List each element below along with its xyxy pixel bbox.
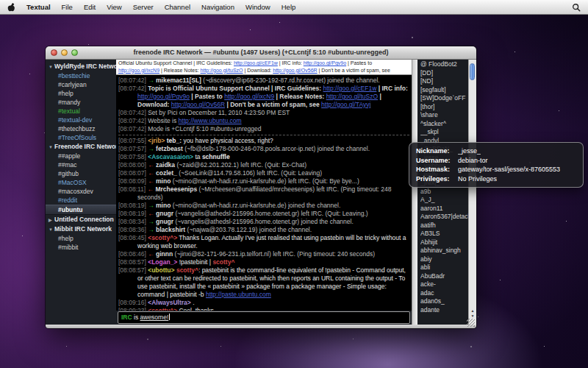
scrollbar-thumb[interactable] bbox=[470, 63, 475, 80]
link[interactable]: http://goo.gl/Pgv9o bbox=[137, 93, 190, 100]
sidebar-item-macosxdev[interactable]: #macosxdev bbox=[46, 187, 116, 196]
sidebar-item-ubuntu[interactable]: #ubuntu bbox=[46, 205, 116, 215]
menu-server[interactable]: Server bbox=[133, 3, 154, 11]
user-list-item[interactable]: acke- bbox=[420, 280, 468, 289]
link[interactable]: http://goo.gl/Ov56R bbox=[273, 68, 317, 73]
link[interactable]: http://goo.gl/tuSzO bbox=[201, 68, 243, 73]
link[interactable]: http://goo.gl/Ov56R bbox=[171, 101, 225, 108]
link[interactable]: http://goo.gl/ixcN9 bbox=[118, 68, 159, 73]
sidebar-group[interactable]: ▶Untitled Connection bbox=[46, 215, 116, 224]
text-segment: [08:08:36] bbox=[118, 226, 148, 233]
spotlight-icon[interactable] bbox=[572, 3, 581, 12]
link[interactable]: http://goo.gl/tuSzO bbox=[326, 93, 378, 100]
minimize-button[interactable] bbox=[61, 49, 68, 56]
link[interactable]: http://goo.gl/Pgv9o bbox=[304, 60, 346, 66]
user-list-item[interactable]: adan0s_ bbox=[420, 297, 468, 306]
text-segment: (~jinxi@82-171-96-231.ip.telfort.nl) lef… bbox=[175, 250, 376, 258]
sidebar-group[interactable]: ▼WyldRyde IRC Network bbox=[46, 62, 116, 71]
disclosure-triangle-icon[interactable]: ▼ bbox=[49, 143, 54, 152]
popover-value: No Privileges bbox=[458, 174, 497, 184]
menu-navigation[interactable]: Navigation bbox=[201, 3, 234, 11]
text-segment: ← bbox=[148, 161, 156, 169]
sidebar-group[interactable]: ▼Freenode IRC Network bbox=[46, 142, 116, 152]
sidebar-item-textual[interactable]: #textual bbox=[46, 107, 116, 116]
user-list-item[interactable]: AB3LS bbox=[420, 230, 468, 238]
text-segment: ta bbox=[193, 153, 202, 160]
user-list-item[interactable]: abli bbox=[420, 263, 468, 272]
user-list-item[interactable]: \share bbox=[420, 111, 468, 120]
menu-channel[interactable]: Channel bbox=[165, 3, 190, 11]
message-input[interactable]: IRC is awesome! bbox=[118, 311, 410, 324]
link[interactable]: http://goo.gl/ixcN9 bbox=[224, 93, 274, 100]
user-list-item[interactable]: aatifh bbox=[420, 222, 468, 230]
menu-view[interactable]: View bbox=[107, 3, 121, 11]
user-list-item[interactable]: ^slacker^ bbox=[420, 120, 468, 129]
user-list-item[interactable]: [ND] bbox=[420, 77, 468, 86]
popover-label: Hostmask: bbox=[416, 165, 458, 174]
sidebar-item-carlyjean[interactable]: #carlyjean bbox=[46, 80, 116, 89]
user-list-item[interactable]: @ FloodBot2 bbox=[420, 60, 468, 69]
sidebar-item-TreeOfSouls[interactable]: #TreeOfSouls bbox=[46, 133, 116, 142]
user-list-item[interactable]: abiy bbox=[420, 255, 468, 264]
text-segment: → bbox=[148, 145, 156, 152]
link[interactable]: http://paste.ubuntu.com bbox=[206, 291, 271, 298]
sidebar-item-mac[interactable]: ##mac bbox=[46, 160, 116, 169]
user-list-item[interactable]: A_J_ bbox=[420, 196, 468, 205]
menu-edit[interactable]: Edit bbox=[84, 3, 96, 11]
sidebar-item-apple[interactable]: ##apple bbox=[46, 152, 116, 160]
sidebar-item-reddit[interactable]: #reddit bbox=[46, 196, 116, 205]
menu-help[interactable]: Help bbox=[282, 3, 296, 11]
apple-logo-icon bbox=[7, 2, 15, 12]
user-list-item[interactable]: [DD] bbox=[420, 69, 468, 78]
sidebar-group[interactable]: ▼Mibbit IRC Network bbox=[46, 224, 116, 234]
sidebar-item-mibbit[interactable]: #mibbit bbox=[46, 243, 116, 252]
user-list-item[interactable]: a9b bbox=[420, 188, 468, 197]
scrollbar-arrows[interactable]: ▲▼ bbox=[469, 308, 476, 318]
user-list-item[interactable]: [SW]Dodge`oFF bbox=[420, 94, 468, 103]
user-list-item[interactable]: [thor] bbox=[420, 103, 468, 112]
menu-window[interactable]: Window bbox=[245, 3, 270, 11]
zoom-button[interactable] bbox=[71, 49, 78, 56]
text-segment: <Logan_> bbox=[148, 258, 177, 266]
sidebar-item-textual-dev[interactable]: #textual-dev bbox=[46, 116, 116, 124]
text-segment: mino bbox=[156, 202, 173, 209]
text-segment: [08:07:42] bbox=[118, 125, 148, 132]
link[interactable]: http://goo.gl/cEF1w bbox=[234, 60, 278, 66]
user-list-item[interactable]: Abhijit bbox=[420, 238, 468, 247]
chat-message: [08:08:19] → mino (~mino@nat-wh-hadi.rz.… bbox=[118, 202, 409, 210]
sidebar-item-github[interactable]: #github bbox=[46, 169, 116, 178]
title-bar[interactable]: freenode IRC Network — #ubuntu (1497 Use… bbox=[46, 46, 476, 60]
user-list-scrollbar[interactable]: ▲▼ bbox=[468, 60, 476, 325]
disclosure-triangle-icon[interactable]: ▶ bbox=[49, 216, 54, 224]
apple-menu[interactable] bbox=[7, 2, 15, 12]
link[interactable]: http://www.ubuntu.com bbox=[179, 117, 242, 124]
close-button[interactable] bbox=[51, 49, 57, 56]
resize-grip[interactable] bbox=[467, 319, 475, 327]
user-list-item[interactable]: abhinav_singh bbox=[420, 247, 468, 255]
user-list-item[interactable]: Aaron5367|detach bbox=[420, 213, 468, 222]
chat-message: [08:08:57] <Logan_> !pastebinit | scotty… bbox=[118, 258, 409, 266]
text-segment: ← bbox=[148, 250, 156, 258]
disclosure-triangle-icon[interactable]: ▼ bbox=[49, 63, 54, 71]
user-list-item[interactable]: adac bbox=[420, 289, 468, 298]
user-list-item[interactable]: aaron11 bbox=[420, 205, 468, 213]
menu-file[interactable]: File bbox=[62, 3, 73, 11]
sidebar-item-besttechie[interactable]: #besttechie bbox=[46, 71, 116, 80]
sidebar-item-mandy[interactable]: #mandy bbox=[46, 98, 116, 107]
user-list-panel: @ FloodBot2[DD][ND][segfault][SW]Dodge`o… bbox=[417, 60, 476, 325]
link[interactable]: http://goo.gl/TAyvj bbox=[321, 101, 370, 108]
text-segment: Mrcheesenips bbox=[155, 185, 198, 193]
user-list-item[interactable]: adante bbox=[420, 306, 468, 315]
sidebar-item-MacOSX[interactable]: #MacOSX bbox=[46, 178, 116, 187]
sidebar-item-help[interactable]: #help bbox=[46, 89, 116, 98]
menu-textual[interactable]: Textual bbox=[26, 3, 51, 11]
sidebar-item-thetechbuzz[interactable]: #thetechbuzz bbox=[46, 124, 116, 133]
user-list-item[interactable]: [segfault] bbox=[420, 86, 468, 95]
user-list-item[interactable]: AbuBadr bbox=[420, 272, 468, 281]
text-segment: you have physical access, right? bbox=[182, 137, 273, 144]
chat-scrollbar[interactable] bbox=[412, 60, 417, 325]
link[interactable]: http://goo.gl/cEF1w bbox=[323, 85, 377, 92]
user-list-item[interactable]: __skpl bbox=[420, 128, 468, 137]
disclosure-triangle-icon[interactable]: ▼ bbox=[49, 225, 54, 234]
sidebar-item-help[interactable]: #help bbox=[46, 234, 116, 243]
